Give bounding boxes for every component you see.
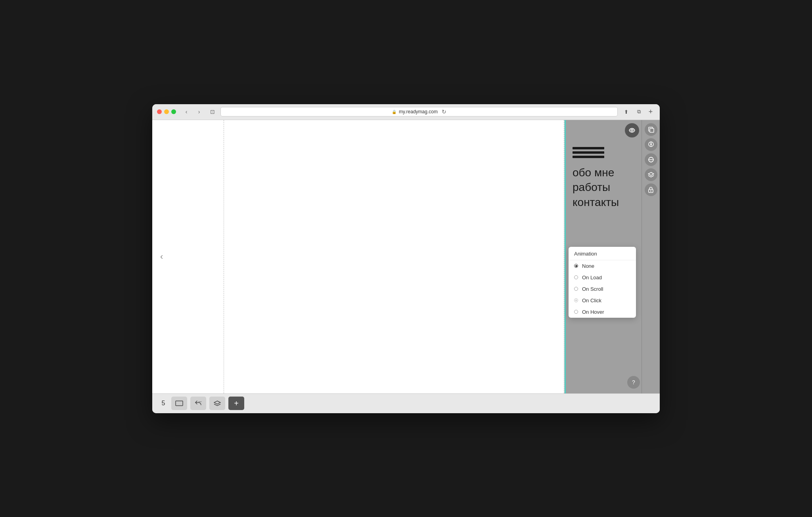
tab-button[interactable]: ⧉ [634, 107, 644, 116]
undo-button[interactable] [190, 397, 206, 410]
hamburger-lines [573, 147, 652, 158]
lock-icon [648, 187, 653, 193]
close-button[interactable] [157, 109, 162, 114]
page-thumbnail-icon [175, 401, 183, 406]
bottom-toolbar: 5 + [152, 393, 660, 413]
layers-panel-icon [214, 401, 221, 406]
svg-rect-6 [650, 128, 654, 132]
animation-option-onclick[interactable]: On Click [569, 295, 636, 306]
url-text: my.readymag.com [399, 109, 438, 114]
svg-point-13 [650, 190, 651, 191]
layers-panel-button[interactable] [209, 397, 225, 410]
animation-label-onload: On Load [582, 275, 602, 280]
radio-onhover [574, 310, 578, 314]
menu-item-3[interactable]: контакты [573, 196, 652, 209]
animation-option-none[interactable]: None [569, 260, 636, 272]
back-button[interactable]: ‹ [181, 108, 192, 116]
cursor-icon [648, 141, 654, 148]
browser-content: ‹ [152, 120, 660, 393]
animation-label-onhover: On Hover [582, 309, 604, 315]
guide-line-left [224, 120, 224, 393]
nav-buttons: ‹ › [181, 108, 205, 116]
canvas-area[interactable] [152, 120, 565, 393]
animation-label-none: None [582, 263, 594, 269]
animation-label-onscroll: On Scroll [582, 286, 603, 292]
animation-label-onclick: On Click [582, 298, 601, 303]
page-number: 5 [159, 400, 168, 407]
lock-icon: 🔒 [392, 110, 396, 114]
vertical-toolbar [642, 120, 660, 393]
add-button[interactable]: + [228, 397, 244, 410]
browser-window: ‹ › ⊡ 🔒 my.readymag.com ↻ ⬆ ⧉ + ‹ [152, 104, 660, 413]
animation-dropdown-title: Animation [569, 247, 636, 260]
copy-icon [648, 126, 654, 133]
browser-chrome: ‹ › ⊡ 🔒 my.readymag.com ↻ ⬆ ⧉ + [152, 104, 660, 120]
share-button[interactable]: ⬆ [621, 107, 631, 116]
radio-onclick [574, 298, 578, 302]
left-nav-arrow[interactable]: ‹ [160, 252, 163, 262]
guide-line-right [564, 120, 564, 393]
svg-rect-14 [176, 401, 183, 406]
animation-option-onscroll[interactable]: On Scroll [569, 283, 636, 295]
svg-point-0 [629, 128, 635, 133]
link-button[interactable] [645, 153, 657, 166]
menu-item-2[interactable]: работы [573, 181, 652, 194]
minimize-button[interactable] [164, 109, 169, 114]
animation-dropdown: Animation None On Load On Scroll On Clic… [569, 247, 636, 318]
eye-button[interactable] [625, 123, 639, 137]
right-panel: обо мне работы контакты [565, 120, 660, 393]
undo-icon [195, 400, 202, 406]
eye-icon [629, 128, 635, 133]
radio-none [574, 264, 578, 268]
menu-item-1[interactable]: обо мне [573, 166, 652, 179]
forward-button[interactable]: › [193, 108, 205, 116]
help-button[interactable]: ? [627, 376, 640, 389]
cursor-button[interactable] [645, 138, 657, 151]
traffic-lights [157, 109, 176, 114]
hamburger-line-1 [573, 147, 604, 149]
copy-layout-button[interactable] [645, 123, 657, 136]
layers-icon [648, 172, 654, 177]
menu-items-list: обо мне работы контакты [573, 166, 652, 209]
hamburger-line-2 [573, 151, 604, 154]
browser-actions: ⬆ ⧉ + [621, 107, 655, 116]
new-tab-button[interactable]: + [646, 107, 655, 116]
address-bar[interactable]: 🔒 my.readymag.com ↻ [220, 107, 618, 116]
animation-option-onhover[interactable]: On Hover [569, 306, 636, 318]
reader-button[interactable]: ⊡ [208, 108, 217, 115]
radio-onload [574, 275, 578, 279]
hamburger-line-3 [573, 156, 604, 158]
layers-button[interactable] [645, 168, 657, 181]
animation-option-onload[interactable]: On Load [569, 272, 636, 283]
link-icon [648, 156, 654, 163]
page-thumbnail-button[interactable] [171, 397, 187, 410]
maximize-button[interactable] [171, 109, 176, 114]
panel-highlight [565, 120, 566, 393]
reload-button[interactable]: ↻ [442, 109, 446, 115]
radio-onscroll [574, 287, 578, 291]
lock-button[interactable] [645, 183, 657, 196]
